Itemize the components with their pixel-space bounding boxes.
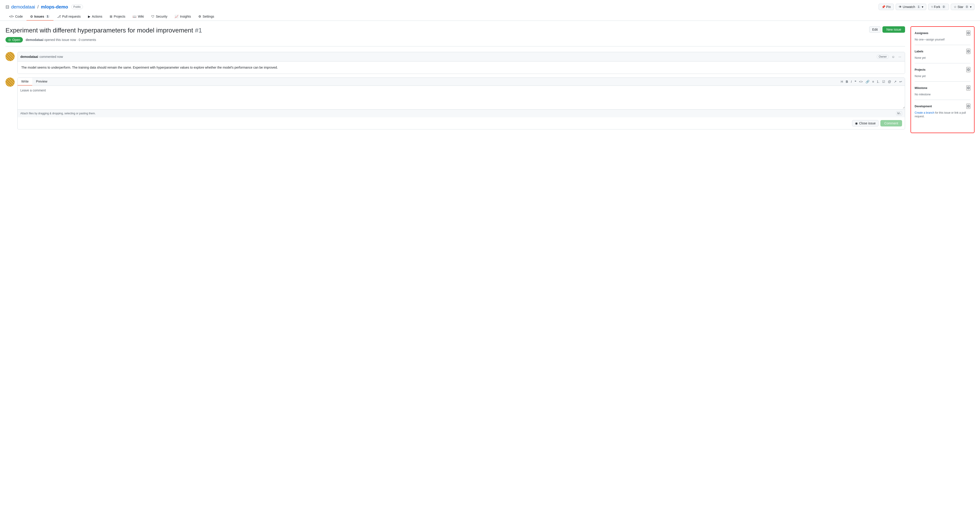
repo-header: ⊟ demodataai / mlops-demo Public 📌 Pin 👁…: [0, 0, 980, 21]
owner-badge: Owner: [877, 55, 889, 59]
edit-button[interactable]: Edit: [869, 26, 881, 33]
insights-icon: 📈: [175, 14, 178, 18]
comment-box: demodataai commented now Owner ☺ ··· The…: [18, 52, 905, 74]
nav-settings[interactable]: ⚙ Settings: [195, 13, 218, 21]
nav-pull-requests[interactable]: ⎇ Pull requests: [54, 13, 84, 21]
star-button[interactable]: ☆ Star 0 ▾: [951, 4, 975, 10]
toolbar-unordered-list[interactable]: ≡: [871, 79, 875, 85]
nav-insights[interactable]: 📈 Insights: [171, 13, 194, 21]
reply-avatar-image: [5, 78, 14, 87]
repo-separator: /: [37, 4, 39, 10]
toolbar-link[interactable]: 🔗: [865, 79, 870, 85]
assignees-gear-button[interactable]: ⚙: [966, 30, 970, 36]
toolbar-bold[interactable]: B: [845, 79, 849, 85]
attach-text: Attach files by dragging & dropping, sel…: [20, 112, 96, 115]
security-icon: 🛡: [151, 14, 154, 18]
development-gear-button[interactable]: ⚙: [966, 104, 970, 109]
nav-actions[interactable]: ▶ Actions: [84, 13, 106, 21]
milestone-gear-button[interactable]: ⚙: [966, 85, 970, 91]
reply-footer: Attach files by dragging & dropping, sel…: [18, 109, 905, 117]
toolbar-ordered-list[interactable]: 1.: [876, 79, 880, 85]
sidebar-assignees-value: No one—assign yourself: [915, 38, 945, 41]
sidebar-projects-value: None yet: [915, 75, 926, 78]
star-count: 0: [965, 5, 969, 8]
fork-button[interactable]: ⑂ Fork 0: [928, 4, 949, 10]
repo-name-link[interactable]: mlops-demo: [41, 4, 68, 10]
toolbar-mention[interactable]: @: [887, 79, 892, 85]
repo-title-row: ⊟ demodataai / mlops-demo Public 📌 Pin 👁…: [5, 4, 975, 10]
nav-code[interactable]: </> Code: [5, 13, 27, 21]
nav-projects[interactable]: ⊞ Projects: [106, 13, 129, 21]
tab-preview[interactable]: Preview: [32, 78, 51, 86]
repo-owner-link[interactable]: demodataai: [11, 4, 35, 10]
main-container: Experiment with different hyperparameter…: [0, 21, 980, 133]
create-branch-link[interactable]: Create a branch: [915, 111, 934, 114]
issues-count-badge: 1: [46, 15, 50, 18]
reply-box: Write Preview H B I ❝ <> 🔗 ≡ 1. ☑ @ ↗: [18, 78, 905, 129]
sidebar-milestone-header: Milestone ⚙: [915, 85, 970, 91]
projects-gear-button[interactable]: ⚙: [966, 67, 970, 72]
comment-author: demodataai: [20, 55, 38, 59]
toolbar-quote[interactable]: ❝: [854, 79, 857, 85]
issue-number: #1: [195, 27, 202, 34]
comment-header: demodataai commented now Owner ☺ ···: [18, 52, 905, 62]
sidebar-assignees-title: Assignees: [915, 32, 928, 35]
comment-button[interactable]: Comment: [880, 120, 902, 126]
nav-security[interactable]: 🛡 Security: [148, 13, 171, 21]
sidebar-labels-section: Labels ⚙ None yet: [915, 49, 970, 63]
comment-header-left: demodataai commented now: [20, 55, 63, 59]
code-icon: </>: [9, 14, 14, 18]
toolbar-undo[interactable]: ↩: [899, 79, 903, 85]
unwatch-button[interactable]: 👁 Unwatch 1 ▾: [896, 4, 926, 10]
issue-author-link[interactable]: demodataai: [25, 38, 43, 41]
sidebar-milestone-section: Milestone ⚙ No milestone: [915, 85, 970, 100]
labels-gear-button[interactable]: ⚙: [966, 49, 970, 54]
tab-write[interactable]: Write: [18, 78, 32, 86]
star-dropdown-icon[interactable]: ▾: [970, 5, 972, 9]
comment-thread: demodataai commented now Owner ☺ ··· The…: [5, 52, 905, 74]
toolbar-code[interactable]: <>: [858, 79, 864, 85]
open-status-badge: ⊙ Open: [5, 37, 23, 43]
issue-meta: ⊙ Open demodataai opened this issue now …: [5, 37, 905, 46]
nav-issues[interactable]: ⊙ Issues 1: [27, 13, 54, 21]
comment-more-button[interactable]: ···: [897, 54, 902, 59]
repo-visibility-badge: Public: [71, 5, 83, 9]
issue-meta-text: demodataai opened this issue now · 0 com…: [25, 38, 96, 41]
emoji-button[interactable]: ☺: [891, 54, 896, 59]
repo-icon: ⊟: [5, 4, 10, 10]
sidebar-projects-section: Projects ⚙ None yet: [915, 67, 970, 81]
pin-button[interactable]: 📌 Pin: [878, 4, 894, 10]
comment-header-right: Owner ☺ ···: [877, 54, 902, 59]
reply-tabs: Write Preview H B I ❝ <> 🔗 ≡ 1. ☑ @ ↗: [18, 78, 905, 86]
reply-avatar: [5, 78, 14, 87]
sidebar-milestone-title: Milestone: [915, 86, 927, 89]
comment-time: commented now: [40, 55, 63, 59]
projects-icon: ⊞: [110, 14, 112, 18]
issue-main: Experiment with different hyperparameter…: [5, 26, 905, 133]
reply-thread: Write Preview H B I ❝ <> 🔗 ≡ 1. ☑ @ ↗: [5, 78, 905, 129]
close-issue-button[interactable]: ◉ Close issue: [852, 120, 878, 126]
reply-textarea[interactable]: [18, 86, 905, 108]
markdown-icon: M↓: [896, 112, 902, 115]
sidebar-labels-title: Labels: [915, 50, 923, 53]
new-issue-button[interactable]: New issue: [883, 26, 905, 33]
issues-icon: ⊙: [30, 14, 33, 18]
issue-sidebar: Assignees ⚙ No one—assign yourself Label…: [910, 26, 975, 133]
pin-icon: 📌: [881, 5, 885, 9]
sidebar-projects-header: Projects ⚙: [915, 67, 970, 72]
fork-count: 0: [942, 5, 946, 8]
toolbar-heading[interactable]: H: [840, 79, 844, 85]
sidebar-labels-header: Labels ⚙: [915, 49, 970, 54]
repo-action-buttons: 📌 Pin 👁 Unwatch 1 ▾ ⑂ Fork 0 ☆ Star 0 ▾: [878, 4, 975, 10]
repo-title: ⊟ demodataai / mlops-demo Public: [5, 4, 83, 10]
reply-actions: ◉ Close issue Comment: [18, 117, 905, 129]
sidebar-projects-title: Projects: [915, 68, 925, 71]
toolbar-task-list[interactable]: ☑: [881, 79, 886, 85]
issue-title-row: Experiment with different hyperparameter…: [5, 26, 905, 34]
sidebar-labels-value: None yet: [915, 56, 926, 59]
sidebar-milestone-value: No milestone: [915, 93, 931, 96]
unwatch-dropdown-icon[interactable]: ▾: [922, 5, 923, 9]
nav-wiki[interactable]: 📖 Wiki: [129, 13, 147, 21]
toolbar-reference[interactable]: ↗: [893, 79, 897, 85]
toolbar-italic[interactable]: I: [850, 79, 853, 85]
